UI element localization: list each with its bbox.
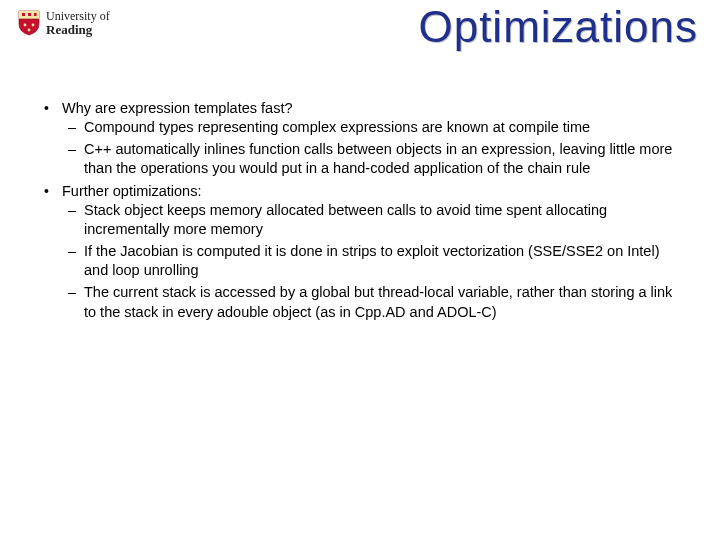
bullet-0-sub-1: C++ automatically inlines function calls… [62,140,680,179]
bullet-1-sub-2: The current stack is accessed by a globa… [62,283,680,322]
logo-line1: University of [46,10,110,23]
svg-rect-0 [22,13,25,16]
svg-point-4 [32,24,35,27]
logo-line2: Reading [46,23,110,37]
shield-icon [18,10,40,36]
bullet-1: Further optimizations: Stack object keep… [40,183,680,322]
bullet-0-sub-0: Compound types representing complex expr… [62,118,680,138]
bullet-1-sub-0: Stack object keeps memory allocated betw… [62,201,680,240]
svg-rect-2 [34,13,37,16]
bullet-0: Why are expression templates fast? Compo… [40,100,680,179]
svg-rect-1 [28,13,31,16]
slide-body: Why are expression templates fast? Compo… [40,100,680,326]
logo-text: University of Reading [46,10,110,36]
svg-point-5 [28,29,31,32]
bullet-1-heading: Further optimizations: [62,183,201,199]
header: University of Reading Optimizations [0,0,720,70]
bullet-1-sub-1: If the Jacobian is computed it is done i… [62,242,680,281]
slide-title: Optimizations [418,2,698,52]
svg-point-3 [24,24,27,27]
university-logo: University of Reading [18,10,110,36]
bullet-0-heading: Why are expression templates fast? [62,100,293,116]
